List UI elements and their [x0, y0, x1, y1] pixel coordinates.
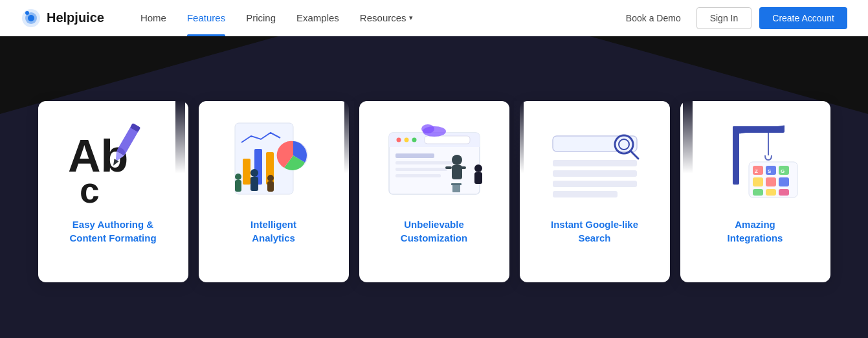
svg-rect-30 — [395, 168, 447, 171]
chevron-down-icon: ▾ — [409, 14, 413, 22]
svg-rect-46 — [553, 191, 618, 197]
authoring-title: Easy Authoring &Content Formating — [69, 218, 156, 245]
navbar: Helpjuice Home Features Pricing Examples… — [0, 0, 868, 36]
integrations-illustration: Z S G — [704, 117, 807, 207]
svg-point-25 — [404, 138, 408, 142]
svg-text:S: S — [768, 168, 772, 174]
svg-rect-38 — [452, 185, 460, 192]
svg-rect-43 — [553, 160, 637, 166]
feature-card-customization[interactable]: UnbelievableCustomization — [359, 101, 509, 282]
svg-rect-31 — [395, 174, 441, 177]
sign-in-button[interactable]: Sign In — [696, 7, 752, 29]
customization-illustration — [383, 117, 486, 207]
svg-rect-11 — [243, 159, 250, 185]
feature-card-integrations[interactable]: Z S G AmazingIntegrations — [680, 101, 830, 282]
svg-point-41 — [421, 124, 434, 133]
analytics-illustration — [222, 117, 326, 207]
svg-rect-20 — [267, 181, 274, 192]
book-demo-button[interactable]: Book a Demo — [618, 8, 689, 28]
svg-rect-44 — [553, 170, 637, 177]
authoring-illustration: Ab c — [61, 117, 165, 207]
svg-rect-34 — [445, 166, 452, 169]
svg-rect-29 — [395, 161, 454, 164]
svg-text:G: G — [781, 168, 785, 174]
logo[interactable]: Helpjuice — [21, 8, 104, 28]
svg-point-2 — [28, 15, 34, 21]
svg-point-26 — [412, 138, 416, 142]
svg-rect-61 — [753, 189, 763, 196]
nav-pricing[interactable]: Pricing — [236, 0, 286, 36]
nav-examples[interactable]: Examples — [286, 0, 350, 36]
logo-icon — [21, 8, 41, 28]
nav-links: Home Features Pricing Examples Resources… — [130, 0, 618, 36]
svg-point-19 — [267, 175, 274, 181]
feature-card-search[interactable]: Instant Google-likeSearch — [520, 101, 670, 282]
svg-rect-27 — [425, 136, 470, 144]
svg-point-15 — [235, 174, 241, 180]
svg-rect-39 — [451, 183, 462, 185]
svg-point-32 — [452, 155, 462, 165]
svg-rect-35 — [460, 166, 466, 169]
nav-home[interactable]: Home — [130, 0, 177, 36]
feature-cards-container: Ab c Easy Authoring &Content Formating — [27, 101, 842, 282]
svg-rect-16 — [235, 180, 241, 192]
svg-point-17 — [250, 169, 258, 177]
feature-card-analytics[interactable]: IntelligentAnalytics — [199, 101, 349, 282]
svg-text:Z: Z — [755, 168, 758, 174]
svg-text:c: c — [80, 170, 100, 204]
svg-rect-28 — [395, 153, 434, 158]
logo-text: Helpjuice — [47, 10, 104, 25]
nav-resources[interactable]: Resources ▾ — [350, 0, 423, 36]
hero-section: Ab c Easy Authoring &Content Formating — [0, 36, 868, 338]
nav-actions: Book a Demo Sign In Create Account — [618, 7, 847, 29]
search-illustration — [543, 117, 647, 207]
create-account-button[interactable]: Create Account — [759, 7, 847, 29]
svg-rect-50 — [733, 126, 739, 185]
analytics-title: IntelligentAnalytics — [250, 218, 296, 245]
svg-point-24 — [396, 138, 401, 142]
nav-features[interactable]: Features — [177, 0, 236, 36]
feature-card-authoring[interactable]: Ab c Easy Authoring &Content Formating — [38, 101, 188, 282]
svg-rect-59 — [766, 177, 776, 186]
svg-rect-60 — [779, 177, 789, 186]
svg-rect-37 — [474, 172, 482, 184]
svg-line-49 — [630, 151, 638, 159]
svg-rect-45 — [553, 181, 637, 187]
svg-point-3 — [25, 11, 29, 15]
integrations-title: AmazingIntegrations — [728, 218, 783, 245]
svg-rect-62 — [766, 189, 776, 196]
svg-rect-63 — [779, 189, 789, 196]
svg-point-36 — [474, 164, 482, 172]
svg-rect-18 — [250, 177, 258, 191]
search-title: Instant Google-likeSearch — [551, 218, 638, 245]
svg-rect-58 — [753, 177, 763, 186]
customization-title: UnbelievableCustomization — [401, 218, 467, 245]
